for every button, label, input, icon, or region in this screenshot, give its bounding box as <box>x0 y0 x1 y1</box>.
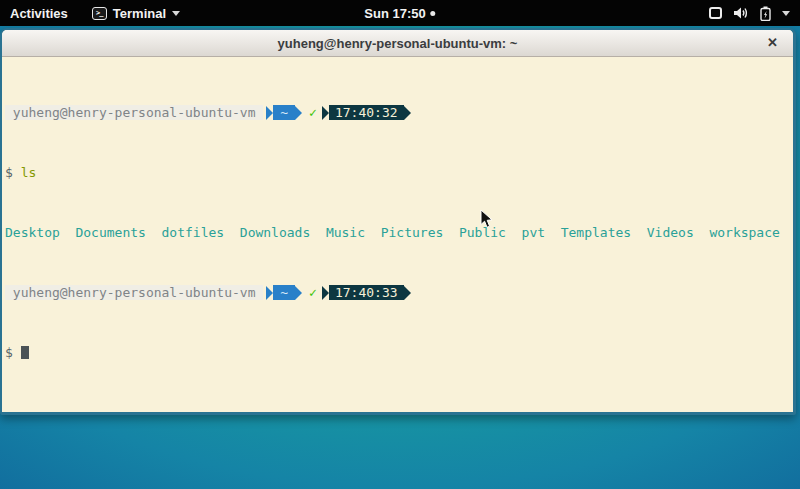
space <box>13 165 21 180</box>
app-menu-terminal[interactable]: >_ Terminal <box>84 0 188 26</box>
chevron-down-icon <box>172 11 180 16</box>
prompt-user-host: yuheng@henry-personal-ubuntu-vm <box>5 105 263 120</box>
prompt-line: yuheng@henry-personal-ubuntu-vm ~ ✓ 17:4… <box>5 105 793 120</box>
mouse-pointer-icon <box>480 209 494 229</box>
terminal-cursor <box>21 346 29 359</box>
terminal-window: yuheng@henry-personal-ubuntu-vm: ~ ✕ yuh… <box>0 28 796 415</box>
prompt-time: 17:40:32 <box>329 105 404 120</box>
status-check-icon: ✓ <box>309 285 317 300</box>
prompt-time: 17:40:33 <box>329 285 404 300</box>
app-menu-label: Terminal <box>113 6 166 21</box>
prompt-line: yuheng@henry-personal-ubuntu-vm ~ ✓ 17:4… <box>5 285 793 300</box>
space <box>13 345 21 360</box>
display-icon <box>709 7 722 19</box>
window-titlebar[interactable]: yuheng@henry-personal-ubuntu-vm: ~ ✕ <box>2 30 793 57</box>
clock-label: Sun 17:50 <box>364 6 425 21</box>
terminal-app-icon: >_ <box>92 7 107 20</box>
powerline-arrow-icon <box>322 106 329 120</box>
command-line: $ ls <box>5 165 793 180</box>
powerline-arrow-icon <box>266 286 273 300</box>
prompt-cwd: ~ <box>273 105 295 120</box>
status-check-icon: ✓ <box>309 105 317 120</box>
powerline-arrow-icon <box>404 106 411 120</box>
activities-button[interactable]: Activities <box>0 0 80 26</box>
powerline-arrow-icon <box>322 286 329 300</box>
terminal-content[interactable]: yuheng@henry-personal-ubuntu-vm ~ ✓ 17:4… <box>2 57 793 411</box>
command-line-current[interactable]: $ <box>5 345 793 360</box>
top-bar: Activities >_ Terminal Sun 17:50 <box>0 0 800 26</box>
prompt-char: $ <box>5 165 13 180</box>
system-status-menu[interactable] <box>701 0 800 26</box>
prompt-cwd: ~ <box>273 285 295 300</box>
powerline-arrow-icon <box>266 106 273 120</box>
prompt-user-host: yuheng@henry-personal-ubuntu-vm <box>5 285 263 300</box>
battery-charging-icon <box>760 6 771 21</box>
close-icon[interactable]: ✕ <box>767 34 778 52</box>
window-title: yuheng@henry-personal-ubuntu-vm: ~ <box>278 36 518 51</box>
volume-icon <box>733 6 749 20</box>
powerline-arrow-icon <box>404 286 411 300</box>
powerline-arrow-icon <box>295 106 302 120</box>
clock-button[interactable]: Sun 17:50 <box>364 0 435 26</box>
command-text: ls <box>21 165 37 180</box>
ls-output-line: Desktop Documents dotfiles Downloads Mus… <box>5 225 793 240</box>
prompt-char: $ <box>5 345 13 360</box>
notification-dot-icon <box>431 11 436 16</box>
powerline-arrow-icon <box>295 286 302 300</box>
chevron-down-icon <box>782 11 790 16</box>
